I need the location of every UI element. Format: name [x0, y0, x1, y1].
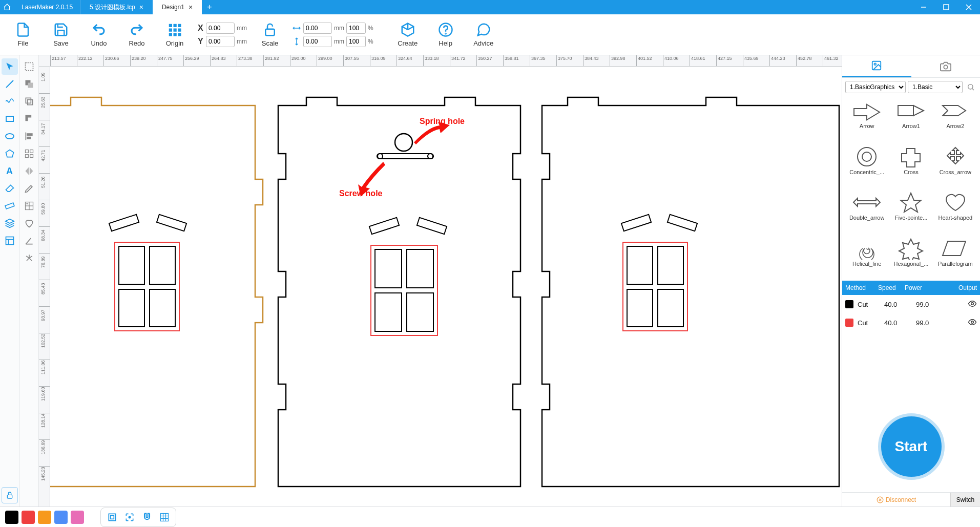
layer-visibility[interactable] [943, 299, 977, 310]
titlebar: LaserMaker 2.0.15 5.设计图模板.lcp × Design1 … [0, 0, 980, 14]
file-button[interactable]: File [5, 17, 41, 53]
color-swatch[interactable] [22, 511, 35, 524]
line-tool[interactable] [2, 76, 18, 92]
grid-tool[interactable] [21, 145, 37, 162]
ruler-tick: 290.00 [290, 55, 306, 67]
position-group: X mm Y mm [198, 23, 247, 47]
shape-double-arrow[interactable]: Double_arrow [845, 189, 888, 234]
redo-icon [129, 22, 144, 37]
canvas[interactable]: Spring hole Screw hole [50, 67, 842, 507]
ruler-tool[interactable] [2, 198, 18, 214]
color-swatch[interactable] [38, 511, 51, 524]
ruler-tick: 213.57 [50, 55, 66, 67]
width-pct-input[interactable] [346, 23, 366, 34]
fit-button[interactable] [104, 509, 120, 525]
layers-tool[interactable] [2, 215, 18, 231]
shape-concentric-[interactable]: Concentric_... [845, 143, 888, 188]
category-select-1[interactable]: 1.BasicGraphics [845, 81, 906, 93]
close-icon[interactable]: × [139, 3, 143, 11]
align-left-tool[interactable] [21, 128, 37, 144]
redo-button[interactable]: Redo [119, 17, 155, 53]
shape-cross-arrow[interactable]: Cross_arrow [934, 143, 977, 188]
advice-button[interactable]: Advice [466, 17, 502, 53]
width-input[interactable] [303, 23, 332, 34]
pen-tool[interactable] [21, 180, 37, 197]
burst-tool[interactable] [21, 250, 37, 266]
rect-tool[interactable] [2, 111, 18, 127]
origin-button[interactable]: Origin [157, 17, 193, 53]
svg-rect-6 [178, 24, 181, 27]
snap-button[interactable] [139, 509, 155, 525]
color-swatch[interactable] [71, 511, 84, 524]
shape-heart-shaped[interactable]: Heart-shaped [934, 189, 977, 234]
svg-point-55 [944, 65, 947, 69]
polygon-tool[interactable] [2, 145, 18, 162]
shape-arrow2[interactable]: Arrow2 [934, 97, 977, 142]
heart-tool[interactable] [21, 215, 37, 231]
mirror-tool[interactable] [21, 163, 37, 179]
angle-tool[interactable] [21, 233, 37, 249]
layout-tool[interactable] [2, 233, 18, 249]
subtract-tool[interactable] [21, 111, 37, 127]
ellipse-tool[interactable] [2, 128, 18, 144]
text-tool[interactable]: A [2, 163, 18, 179]
layers-header: Method Speed Power Output [842, 281, 980, 295]
maximize-button[interactable] [935, 0, 957, 14]
maximize-icon [943, 4, 949, 10]
close-button[interactable] [957, 0, 980, 14]
shape-hexagonal-[interactable]: Hexagonal_... [889, 235, 932, 280]
shape-cross[interactable]: Cross [889, 143, 932, 188]
shape-five-pointe-[interactable]: Five-pointe... [889, 189, 932, 234]
svg-rect-1 [944, 5, 949, 10]
start-button[interactable]: Start [878, 413, 945, 480]
bottom-bar [0, 507, 980, 527]
array-tool[interactable] [21, 198, 37, 214]
y-input[interactable] [206, 36, 235, 47]
window-frame [370, 245, 438, 336]
add-tab-button[interactable]: + [202, 3, 217, 12]
minimize-button[interactable] [912, 0, 935, 14]
tab-template[interactable]: 5.设计图模板.lcp × [80, 0, 153, 14]
lock-toggle[interactable] [2, 487, 18, 503]
ruler-tick: 93.97 [39, 306, 50, 307]
curve-tool[interactable] [2, 93, 18, 110]
disconnect-button[interactable]: Disconnect [842, 496, 950, 503]
height-pct-input[interactable] [346, 36, 366, 47]
help-button[interactable]: Help [428, 17, 464, 53]
library-tab[interactable] [842, 55, 911, 77]
combine-tool[interactable] [21, 76, 37, 92]
layer-row[interactable]: Cut40.099.0 [842, 313, 980, 332]
category-select-2[interactable]: 1.Basic [908, 81, 963, 93]
wave-icon [5, 96, 15, 107]
layer-row[interactable]: Cut40.099.0 [842, 295, 980, 313]
right-panel-tabs [842, 55, 980, 78]
shape-helical-line[interactable]: Helical_line [845, 235, 888, 280]
save-button[interactable]: Save [43, 17, 79, 53]
x-input[interactable] [206, 23, 235, 34]
shape-icon [940, 145, 971, 168]
undo-button[interactable]: Undo [81, 17, 117, 53]
clone-tool[interactable] [21, 93, 37, 110]
height-input[interactable] [303, 36, 332, 47]
center-button[interactable] [121, 509, 138, 525]
tab-design1[interactable]: Design1 × [153, 0, 202, 14]
eraser-tool[interactable] [2, 180, 18, 197]
search-button[interactable] [965, 81, 977, 93]
close-icon[interactable]: × [189, 3, 193, 11]
home-button[interactable] [0, 0, 14, 14]
color-swatch[interactable] [5, 511, 18, 524]
grid-toggle[interactable] [156, 509, 173, 525]
scale-button[interactable]: Scale [252, 17, 288, 53]
layer-visibility[interactable] [943, 318, 977, 328]
camera-tab[interactable] [911, 55, 981, 77]
shape-parallelogram[interactable]: Parallelogram [934, 235, 977, 280]
shape-arrow1[interactable]: Arrow1 [889, 97, 932, 142]
switch-label: Switch [956, 496, 974, 503]
switch-button[interactable]: Switch [950, 493, 980, 507]
y-label: Y [198, 37, 204, 46]
select-tool[interactable] [2, 58, 18, 75]
create-button[interactable]: Create [390, 17, 426, 53]
shape-arrow[interactable]: Arrow [845, 97, 888, 142]
marquee-tool[interactable] [21, 58, 37, 75]
color-swatch[interactable] [54, 511, 68, 524]
